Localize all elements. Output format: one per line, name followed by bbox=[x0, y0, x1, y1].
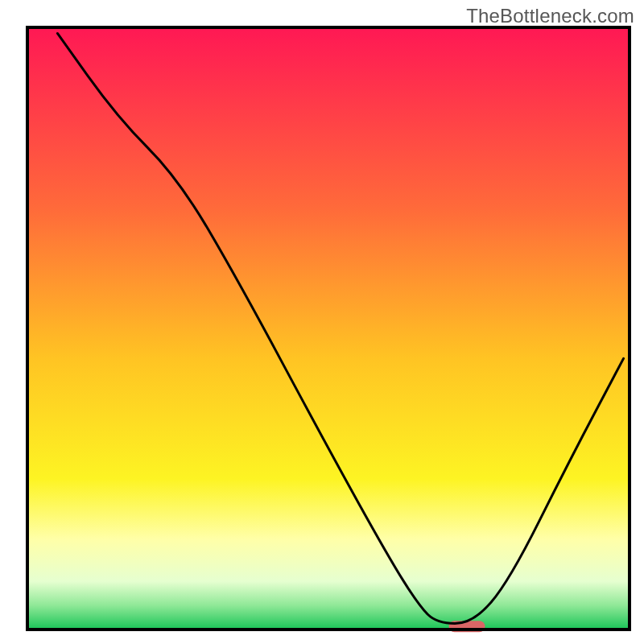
chart-container: TheBottleneck.com bbox=[0, 0, 644, 644]
gradient-background bbox=[27, 27, 630, 630]
chart-svg bbox=[0, 0, 644, 644]
watermark-text: TheBottleneck.com bbox=[466, 5, 634, 27]
plot-area bbox=[27, 27, 630, 632]
